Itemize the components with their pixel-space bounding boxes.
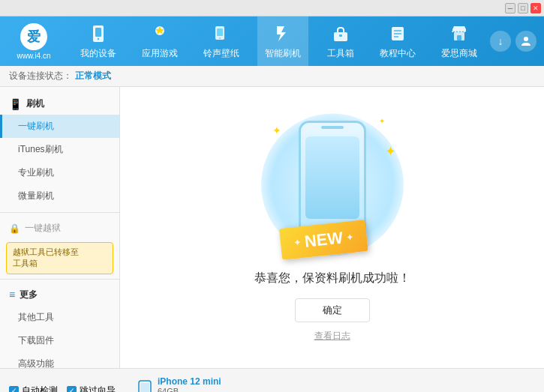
device-storage: 64GB [158,387,224,392]
confirm-button[interactable]: 确定 [295,298,370,322]
nav-item-ringtones[interactable]: 铃声壁纸 [196,16,247,66]
skip-wizard-checkbox-box: ✓ [67,386,77,393]
sidebar-item-itunes-flash[interactable]: iTunes刷机 [0,138,119,161]
nav-label-flash: 智能刷机 [265,47,301,60]
nav-label-apps: 应用游戏 [142,47,178,60]
device-row: ✓ 自动检测 ✓ 跳过向导 iPhone 12 mini 64GB Down-1… [0,369,544,392]
sidebar-divider-1 [0,212,119,213]
nav-label-store: 爱思商城 [441,47,477,60]
flash-icon [272,23,293,44]
jailbreak-notice: 越狱工具已转移至工具箱 [6,242,113,274]
main-area: 📱 刷机 一键刷机 iTunes刷机 专业刷机 微量刷机 🔒 一键越狱 越狱工具… [0,87,544,368]
apps-icon [149,23,170,44]
sidebar-group-flash: 📱 刷机 [0,93,119,115]
success-text: 恭喜您，保资料刷机成功啦！ [254,271,410,286]
toolbox-icon [330,23,351,44]
nav-label-toolbox: 工具箱 [327,47,354,60]
sidebar-group-more: ≡ 更多 [0,284,119,306]
sidebar-jailbreak-title: 🔒 一键越狱 [0,217,119,239]
device-info: iPhone 12 mini 64GB Down-12mini-13,1 [129,376,535,392]
svg-rect-14 [457,35,461,40]
nav: 我的设备 应用游戏 铃声壁纸 智能刷机 工具箱 [68,16,490,66]
nav-label-ringtones: 铃声壁纸 [203,47,239,60]
flash-group-icon: 📱 [9,98,22,110]
auto-connect-label: 自动检测 [22,385,58,393]
sidebar-divider-2 [0,279,119,280]
svg-rect-8 [339,34,342,37]
sparkle-1: ✦ [272,124,281,136]
skip-wizard-label: 跳过向导 [80,385,116,393]
device-name: iPhone 12 mini [158,376,224,387]
svg-point-2 [98,37,99,39]
nav-item-smart-flash[interactable]: 智能刷机 [257,16,308,66]
sidebar-group-more-label: 更多 [20,289,38,301]
tutorial-icon [387,23,408,44]
device-icon [88,23,109,44]
nav-item-toolbox[interactable]: 工具箱 [320,16,362,66]
sidebar-item-other-tools[interactable]: 其他工具 [0,306,119,329]
user-button[interactable] [515,31,536,52]
nav-item-tutorial[interactable]: 教程中心 [372,16,423,66]
status-value: 正常模式 [75,70,111,82]
bottom-area: ✓ 自动检测 ✓ 跳过向导 iPhone 12 mini 64GB Down-1… [0,368,544,392]
nav-item-apps-games[interactable]: 应用游戏 [134,16,185,66]
close-button[interactable]: ✕ [530,3,541,13]
more-group-icon: ≡ [9,289,15,301]
sidebar-item-micro-flash[interactable]: 微量刷机 [0,184,119,208]
auto-connect-checkbox[interactable]: ✓ 自动检测 [9,385,58,393]
ringtone-icon [211,23,232,44]
nav-label-tutorial: 教程中心 [380,47,416,60]
header-right: ↓ [490,31,544,52]
checkbox-area: ✓ 自动检测 ✓ 跳过向导 [9,385,129,393]
svg-point-15 [524,37,528,41]
nav-item-my-device[interactable]: 我的设备 [73,16,124,66]
auto-connect-checkbox-box: ✓ [9,386,19,393]
sidebar-item-download-firmware[interactable]: 下载固件 [0,329,119,352]
nav-item-store[interactable]: 爱思商城 [434,16,485,66]
maximize-button[interactable]: □ [518,3,528,13]
new-badge-text: NEW [303,228,344,251]
logo[interactable]: 爱 www.i4.cn [0,17,68,66]
lock-icon: 🔒 [9,223,20,234]
sidebar: 📱 刷机 一键刷机 iTunes刷机 专业刷机 微量刷机 🔒 一键越狱 越狱工具… [0,87,120,368]
success-illustration: ✦ ✦ ✦ ✦ NEW ✦ [250,113,415,271]
sidebar-group-flash-label: 刷机 [26,97,44,110]
sidebar-item-one-key-flash[interactable]: 一键刷机 [0,115,119,138]
status-bar: 设备连接状态： 正常模式 [0,66,544,87]
svg-rect-1 [95,28,101,37]
sidebar-item-advanced[interactable]: 高级功能 [0,352,119,368]
phone-screen [305,136,359,219]
sidebar-item-pro-flash[interactable]: 专业刷机 [0,161,119,184]
nav-label-my-device: 我的设备 [80,47,116,60]
guide-link[interactable]: 查看日志 [314,330,350,343]
phone-speaker [321,126,344,129]
store-icon [449,23,470,44]
jailbreak-label: 一键越狱 [25,222,61,235]
logo-text: www.i4.cn [17,52,50,60]
download-button[interactable]: ↓ [490,31,511,52]
minimize-button[interactable]: ─ [505,3,515,13]
skip-wizard-checkbox[interactable]: ✓ 跳过向导 [67,385,116,393]
device-details: iPhone 12 mini 64GB Down-12mini-13,1 [158,376,224,392]
svg-point-6 [219,37,221,39]
phone-small-icon [138,380,152,392]
sparkle-2: ✦ [379,117,385,125]
sparkle-3: ✦ [385,143,396,160]
title-bar: ─ □ ✕ [0,0,544,16]
header: 爱 www.i4.cn 我的设备 应用游戏 铃声壁纸 [0,16,544,66]
logo-icon: 爱 [20,23,47,50]
svg-rect-17 [140,383,149,392]
svg-rect-5 [217,28,223,36]
status-label: 设备连接状态： [9,70,72,82]
jailbreak-notice-text: 越狱工具已转移至工具箱 [13,247,79,268]
content-area: ✦ ✦ ✦ ✦ NEW ✦ 恭喜您，保资料刷机成功啦！ 确定 查看日志 [120,87,544,368]
